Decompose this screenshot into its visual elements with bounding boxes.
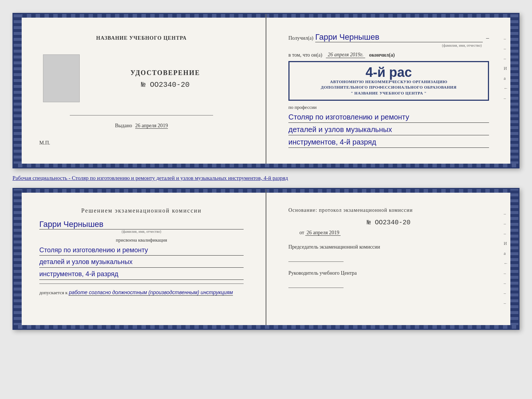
document-pair-2: Решением экзаменационной комиссии Гарри … xyxy=(12,188,520,330)
qualification-label: присвоена квалификация xyxy=(39,237,244,243)
chairman-label: Председатель экзаменационной комиссии xyxy=(288,243,489,251)
chairman-block: Председатель экзаменационной комиссии xyxy=(288,243,489,262)
doc2-right: Основание: протокол экзаменационной коми… xyxy=(266,189,518,329)
profession-line2: деталей и узлов музыкальных xyxy=(288,124,489,135)
allowed-value: работе согласно должностным (производств… xyxy=(69,289,233,296)
doc1-right: Получил(а) Гарри Чернышев – (фамилия, им… xyxy=(266,14,518,167)
qualification-line1: Столяр по изготовлению и ремонту xyxy=(39,245,244,256)
fio-hint-bottom: (фамилия, имя, отчество) xyxy=(39,229,244,234)
basis-label: Основание: протокол экзаменационной коми… xyxy=(288,207,489,213)
document-pair-1: НАЗВАНИЕ УЧЕБНОГО ЦЕНТРА УДОСТОВЕРЕНИЕ №… xyxy=(12,13,520,168)
stamp-org-line2: ДОПОЛНИТЕЛЬНОГО ПРОФЕССИОНАЛЬНОГО ОБРАЗО… xyxy=(295,85,482,90)
profession-line3: инструментов, 4-й разряд xyxy=(288,136,489,148)
allowed-label: допускается к xyxy=(39,290,68,295)
doc1-left: НАЗВАНИЕ УЧЕБНОГО ЦЕНТРА УДОСТОВЕРЕНИЕ №… xyxy=(14,14,266,167)
stamp-org-line3: " НАЗВАНИЕ УЧЕБНОГО ЦЕНТРА " xyxy=(295,90,482,96)
recipient-name: Гарри Чернышев xyxy=(315,32,483,42)
received-label: Получил(а) xyxy=(288,35,313,41)
issued-line: Выдано 26 апреля 2019 xyxy=(39,123,244,129)
vtom-line: в том, что он(а) 26 апреля 2019г. окончи… xyxy=(288,52,489,58)
center-title: НАЗВАНИЕ УЧЕБНОГО ЦЕНТРА xyxy=(96,35,187,41)
head-signature-line xyxy=(288,281,344,288)
name-value: Гарри Чернышев xyxy=(39,220,244,229)
okончил-label: окончил(а) xyxy=(369,52,395,58)
issued-date: 26 апреля 2019 xyxy=(135,123,168,129)
head-label: Руководитель учебного Центра xyxy=(288,269,489,277)
mp-line: М.П. xyxy=(39,140,50,146)
right-marks-1: –––Иа←– xyxy=(504,36,508,101)
doc2-left-content: Решением экзаменационной комиссии Гарри … xyxy=(28,200,251,305)
profession-label: по профессии xyxy=(288,104,489,110)
doc1-right-content: Получил(а) Гарри Чернышев – (фамилия, им… xyxy=(281,25,504,156)
protocol-date: от 26 апреля 2019 xyxy=(299,230,489,236)
cert-label: УДОСТОВЕРЕНИЕ xyxy=(87,69,244,77)
vtom-label: в том, что он(а) xyxy=(288,52,322,58)
qualification-line2: деталей и узлов музыкальных xyxy=(39,257,244,268)
right-marks-2: –––Иа←–––– xyxy=(504,211,508,306)
photo-placeholder xyxy=(43,54,80,102)
name-block: Гарри Чернышев (фамилия, имя, отчество) xyxy=(39,220,244,234)
chairman-signature-line xyxy=(288,254,344,262)
allowed-line: допускается к работе согласно должностны… xyxy=(39,289,244,296)
stamp-org-line1: АВТОНОМНУЮ НЕКОММЕРЧЕСКУЮ ОРГАНИЗАЦИЮ xyxy=(295,79,482,85)
head-block: Руководитель учебного Центра xyxy=(288,269,489,288)
recipient-line: Получил(а) Гарри Чернышев – xyxy=(288,32,489,42)
protocol-number: № OO2340-20 xyxy=(288,219,489,226)
issued-label: Выдано xyxy=(115,123,132,128)
doc2-right-content: Основание: протокол экзаменационной коми… xyxy=(281,200,504,301)
stamp-year: 4-й рас xyxy=(295,66,482,79)
cert-number: № OO2340-20 xyxy=(87,81,244,89)
doc2-left: Решением экзаменационной комиссии Гарри … xyxy=(14,189,266,329)
protocol-date-prefix: от xyxy=(299,230,304,235)
protocol-date-value: 26 апреля 2019 xyxy=(305,230,340,236)
doc1-left-content: НАЗВАНИЕ УЧЕБНОГО ЦЕНТРА УДОСТОВЕРЕНИЕ №… xyxy=(28,25,251,156)
dash-separator: – xyxy=(485,35,489,41)
vtom-date: 26 апреля 2019г. xyxy=(326,52,365,58)
stamp-block: 4-й рас АВТОНОМНУЮ НЕКОММЕРЧЕСКУЮ ОРГАНИ… xyxy=(288,61,489,101)
profession-line1: Столяр по изготовлению и ремонту xyxy=(288,111,489,123)
decision-title: Решением экзаменационной комиссии xyxy=(39,207,244,214)
qualification-line3: инструментов, 4-й разряд xyxy=(39,269,244,280)
fio-hint-top: (фамилия, имя, отчество) xyxy=(288,43,482,47)
description-text: Рабочая специальность - Столяр по изгото… xyxy=(12,174,520,182)
